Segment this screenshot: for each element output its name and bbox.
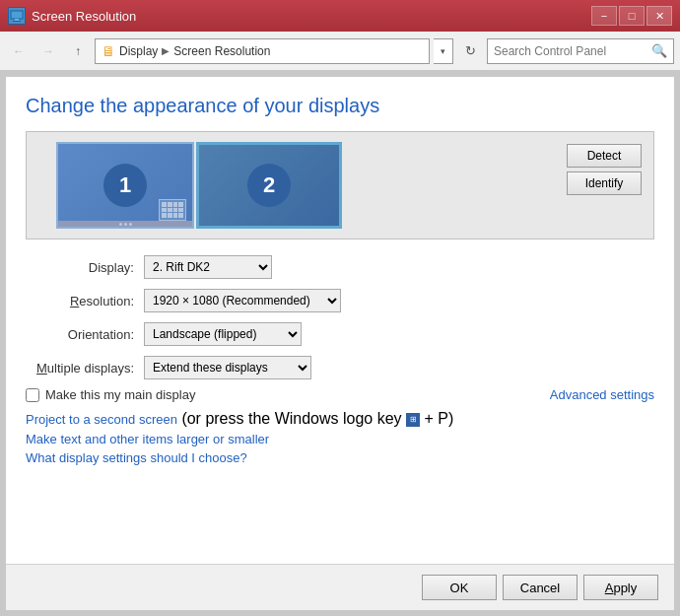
mini-icon [162,208,167,213]
apply-text: pply [613,581,637,595]
multiple-displays-label: Multiple displays: [26,361,134,376]
monitors-container: 1 [56,142,342,229]
monitor-action-buttons: Detect Identify [567,144,642,195]
cancel-button[interactable]: Cancel [503,575,578,600]
path-display: Display [119,44,158,58]
apply-underline: A [605,581,614,595]
display-help-link[interactable]: What display settings should I choose? [26,450,654,465]
mini-icon [173,208,178,213]
monitor-1[interactable]: 1 [56,142,194,229]
display-preview-area: 1 [26,131,654,240]
project-link-suffix2: + P) [424,410,453,427]
title-bar: Screen Resolution − □ ✕ [0,0,680,32]
taskbar-dot [129,223,132,226]
search-input[interactable] [494,44,651,58]
project-link-row: Project to a second screen (or press the… [26,410,654,428]
mini-icon [168,213,172,218]
multiple-displays-select[interactable]: Extend these displays Duplicate these di… [144,356,311,379]
resolution-row: Resolution: 1920 × 1080 (Recommended) 12… [26,289,654,312]
title-bar-left: Screen Resolution [8,7,136,25]
window-controls: − □ ✕ [591,6,672,26]
project-link-suffix: (or press the Windows logo key [181,410,406,427]
app-icon [8,7,26,25]
orientation-label: Orientation: [26,327,134,342]
refresh-button[interactable]: ↻ [457,38,483,64]
desktop-icons-overlay [159,199,186,221]
mini-icon [173,202,178,207]
orientation-row: Orientation: Landscape (flipped) Landsca… [26,322,654,346]
mini-icon [162,213,167,218]
advanced-settings-link[interactable]: Advanced settings [550,387,654,402]
main-display-row: Make this my main display Advanced setti… [6,379,674,402]
text-size-link[interactable]: Make text and other items larger or smal… [26,432,654,446]
mini-icon [162,202,167,207]
windows-key-icon: ⊞ [406,413,420,427]
back-button[interactable]: ← [6,38,32,64]
mini-icon [178,208,183,213]
svg-rect-1 [15,19,19,21]
mini-icon [173,213,178,218]
taskbar-dot [124,223,127,226]
search-icon[interactable]: 🔍 [651,43,667,58]
folder-icon: 🖥 [102,43,115,59]
forward-button[interactable]: → [35,38,61,64]
address-path[interactable]: 🖥 Display ▶ Screen Resolution [95,38,430,64]
chevron-1-icon: ▶ [162,45,170,56]
detect-button[interactable]: Detect [567,144,642,168]
page-title: Change the appearance of your displays [6,77,674,131]
svg-rect-0 [11,11,23,19]
ok-button[interactable]: OK [422,575,497,600]
mini-icon [168,208,172,213]
taskbar [58,221,192,227]
main-display-checkbox[interactable] [26,388,39,402]
mini-icon [168,202,172,207]
up-button[interactable]: ↑ [65,38,91,64]
display-row: Display: 2. Rift DK2 1. Primary Display [26,255,654,279]
resolution-label: Resolution: [26,294,134,308]
main-display-text: Make this my main display [45,387,195,402]
close-button[interactable]: ✕ [646,6,672,26]
address-bar: ← → ↑ 🖥 Display ▶ Screen Resolution ▾ ↻ … [0,32,680,71]
taskbar-dot [119,223,122,226]
monitor-1-number: 1 [103,164,147,207]
address-dropdown-button[interactable]: ▾ [434,38,453,64]
project-link[interactable]: Project to a second screen [26,412,177,427]
links-area: Project to a second screen (or press the… [6,402,674,465]
display-select[interactable]: 2. Rift DK2 1. Primary Display [144,255,272,279]
monitor-2[interactable]: 2 [196,142,342,229]
apply-button[interactable]: Apply [583,575,658,600]
orientation-select[interactable]: Landscape (flipped) Landscape Portrait P… [144,322,302,346]
mini-icon [178,213,183,218]
multiple-displays-row: Multiple displays: Extend these displays… [26,356,654,379]
search-box[interactable]: 🔍 [487,38,674,64]
minimize-button[interactable]: − [591,6,617,26]
form-area: Display: 2. Rift DK2 1. Primary Display … [6,255,674,379]
svg-rect-2 [13,21,21,22]
window-title: Screen Resolution [32,9,136,24]
bottom-button-bar: OK Cancel Apply [6,564,674,610]
identify-button[interactable]: Identify [567,171,642,195]
display-label: Display: [26,260,134,275]
mini-icon [178,202,183,207]
maximize-button[interactable]: □ [619,6,645,26]
monitor-2-number: 2 [247,164,291,207]
main-content: Change the appearance of your displays 1 [6,77,674,610]
path-screen-resolution: Screen Resolution [173,44,270,58]
main-display-label[interactable]: Make this my main display [26,387,195,402]
resolution-select[interactable]: 1920 × 1080 (Recommended) 1280 × 1024 10… [144,289,341,312]
